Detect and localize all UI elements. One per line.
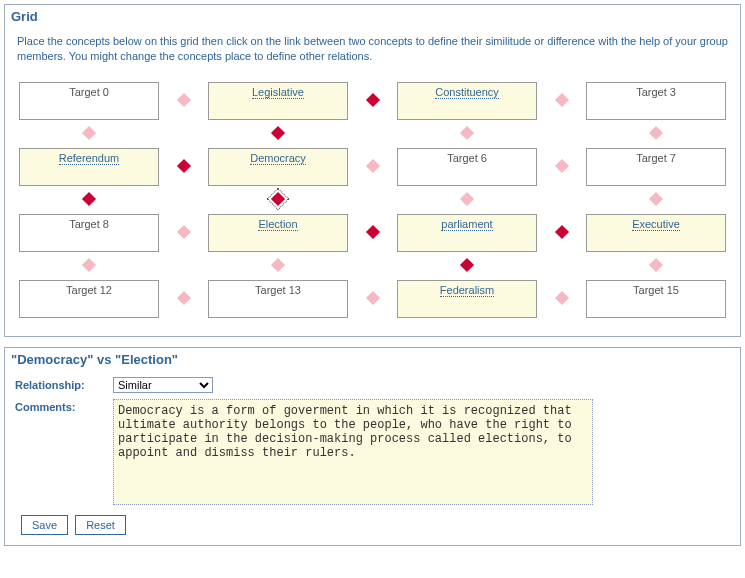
diamond-icon[interactable]: [554, 93, 568, 107]
grid-cell[interactable]: Executive: [586, 214, 726, 252]
grid-cell[interactable]: Target 3: [586, 82, 726, 120]
concept-link[interactable]: Legislative: [252, 86, 304, 99]
diamond-icon[interactable]: [365, 93, 379, 107]
diamond-icon[interactable]: [271, 126, 285, 140]
grid-cell[interactable]: Referendum: [19, 148, 159, 186]
diamond-icon[interactable]: [82, 126, 96, 140]
grid-cell[interactable]: Constituency: [397, 82, 537, 120]
concept-grid: Target 0LegislativeConstituencyTarget 3R…: [5, 74, 740, 336]
comments-label: Comments:: [15, 399, 113, 413]
comments-textarea[interactable]: [113, 399, 593, 505]
diamond-icon[interactable]: [271, 192, 285, 206]
diamond-icon[interactable]: [554, 159, 568, 173]
diamond-icon[interactable]: [649, 126, 663, 140]
grid-cell[interactable]: Election: [208, 214, 348, 252]
grid-instructions: Place the concepts below on this grid th…: [5, 28, 740, 74]
concept-link[interactable]: Constituency: [435, 86, 499, 99]
diamond-icon[interactable]: [460, 258, 474, 272]
diamond-icon[interactable]: [82, 258, 96, 272]
grid-cell[interactable]: Target 0: [19, 82, 159, 120]
diamond-icon[interactable]: [554, 291, 568, 305]
concept-link[interactable]: Democracy: [250, 152, 306, 165]
grid-panel-title: Grid: [5, 5, 740, 28]
grid-panel: Grid Place the concepts below on this gr…: [4, 4, 741, 337]
diamond-icon[interactable]: [649, 192, 663, 206]
concept-link[interactable]: Executive: [632, 218, 680, 231]
compare-panel: "Democracy" vs "Election" Relationship: …: [4, 347, 741, 546]
relationship-select[interactable]: Similar: [113, 377, 213, 393]
diamond-icon[interactable]: [460, 192, 474, 206]
diamond-icon[interactable]: [176, 291, 190, 305]
diamond-icon[interactable]: [271, 258, 285, 272]
grid-cell[interactable]: Democracy: [208, 148, 348, 186]
grid-cell[interactable]: parliament: [397, 214, 537, 252]
grid-cell[interactable]: Federalism: [397, 280, 537, 318]
diamond-icon[interactable]: [460, 126, 474, 140]
grid-cell[interactable]: Legislative: [208, 82, 348, 120]
diamond-icon[interactable]: [176, 159, 190, 173]
diamond-icon[interactable]: [365, 159, 379, 173]
grid-cell[interactable]: Target 6: [397, 148, 537, 186]
diamond-icon[interactable]: [554, 225, 568, 239]
diamond-icon[interactable]: [365, 225, 379, 239]
grid-cell[interactable]: Target 12: [19, 280, 159, 318]
diamond-icon[interactable]: [649, 258, 663, 272]
concept-link[interactable]: parliament: [441, 218, 492, 231]
grid-cell[interactable]: Target 13: [208, 280, 348, 318]
diamond-icon[interactable]: [176, 225, 190, 239]
concept-link[interactable]: Federalism: [440, 284, 494, 297]
diamond-icon[interactable]: [82, 192, 96, 206]
grid-cell[interactable]: Target 15: [586, 280, 726, 318]
diamond-icon[interactable]: [365, 291, 379, 305]
diamond-icon[interactable]: [176, 93, 190, 107]
grid-cell[interactable]: Target 7: [586, 148, 726, 186]
relationship-label: Relationship:: [15, 377, 113, 391]
save-button[interactable]: Save: [21, 515, 68, 535]
concept-link[interactable]: Election: [258, 218, 297, 231]
compare-title: "Democracy" vs "Election": [5, 348, 740, 371]
reset-button[interactable]: Reset: [75, 515, 126, 535]
concept-link[interactable]: Referendum: [59, 152, 120, 165]
grid-cell[interactable]: Target 8: [19, 214, 159, 252]
